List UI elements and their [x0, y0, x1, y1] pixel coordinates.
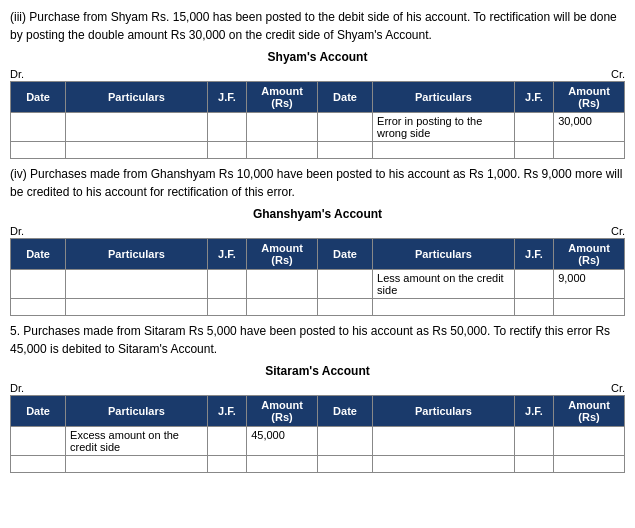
- section2-title: Ghanshyam's Account: [10, 207, 625, 221]
- th-particulars-3: Particulars: [66, 239, 208, 270]
- s3-debit-particulars2: [66, 456, 208, 473]
- s3-debit-amount: 45,000: [247, 427, 318, 456]
- s2-debit-amount2: [247, 299, 318, 316]
- table-row: [11, 456, 625, 473]
- section1-text: (iii) Purchase from Shyam Rs. 15,000 has…: [10, 8, 625, 44]
- s2-debit-date: [11, 270, 66, 299]
- s3-credit-amount: [554, 427, 625, 456]
- section3-dr: Dr.: [10, 382, 24, 394]
- th-jf-3: J.F.: [207, 239, 246, 270]
- th-date-1: Date: [11, 82, 66, 113]
- s3-credit-jf2: [514, 456, 553, 473]
- s2-debit-amount: [247, 270, 318, 299]
- s3-credit-amount2: [554, 456, 625, 473]
- s1-credit-date2: [317, 142, 372, 159]
- s1-debit-date2: [11, 142, 66, 159]
- section1-title: Shyam's Account: [10, 50, 625, 64]
- table-row: Error in posting to the wrong side 30,00…: [11, 113, 625, 142]
- s1-debit-jf: [207, 113, 246, 142]
- th-jf-6: J.F.: [514, 396, 553, 427]
- th-particulars-4: Particulars: [373, 239, 515, 270]
- s2-credit-particulars: Less amount on the credit side: [373, 270, 515, 299]
- s1-debit-amount2: [247, 142, 318, 159]
- s1-debit-particulars2: [66, 142, 208, 159]
- s3-debit-date: [11, 427, 66, 456]
- th-date-4: Date: [317, 239, 372, 270]
- section3-text: 5. Purchases made from Sitaram Rs 5,000 …: [10, 322, 625, 358]
- th-particulars-2: Particulars: [373, 82, 515, 113]
- s2-debit-particulars2: [66, 299, 208, 316]
- th-particulars-1: Particulars: [66, 82, 208, 113]
- s1-credit-date: [317, 113, 372, 142]
- s1-credit-jf: [514, 113, 553, 142]
- th-date-6: Date: [317, 396, 372, 427]
- section1-dr-cr: Dr. Cr.: [10, 68, 625, 80]
- th-particulars-6: Particulars: [373, 396, 515, 427]
- table-row: [11, 299, 625, 316]
- s2-credit-jf2: [514, 299, 553, 316]
- s2-credit-jf: [514, 270, 553, 299]
- table-row: Less amount on the credit side 9,000: [11, 270, 625, 299]
- s3-credit-jf: [514, 427, 553, 456]
- s3-debit-jf: [207, 427, 246, 456]
- section3-table: Date Particulars J.F. Amount (Rs) Date P…: [10, 395, 625, 473]
- s1-debit-jf2: [207, 142, 246, 159]
- section2-cr: Cr.: [611, 225, 625, 237]
- th-jf-2: J.F.: [514, 82, 553, 113]
- section2-text: (iv) Purchases made from Ghanshyam Rs 10…: [10, 165, 625, 201]
- th-amount-4: Amount (Rs): [554, 239, 625, 270]
- s1-debit-date: [11, 113, 66, 142]
- s3-debit-date2: [11, 456, 66, 473]
- s2-debit-jf: [207, 270, 246, 299]
- table-row: Excess amount on the credit side 45,000: [11, 427, 625, 456]
- section2-table: Date Particulars J.F. Amount (Rs) Date P…: [10, 238, 625, 316]
- s1-credit-jf2: [514, 142, 553, 159]
- section1-cr: Cr.: [611, 68, 625, 80]
- s3-debit-particulars: Excess amount on the credit side: [66, 427, 208, 456]
- s1-debit-amount: [247, 113, 318, 142]
- s2-credit-date: [317, 270, 372, 299]
- s2-debit-date2: [11, 299, 66, 316]
- th-jf-5: J.F.: [207, 396, 246, 427]
- s3-credit-particulars: [373, 427, 515, 456]
- s2-debit-jf2: [207, 299, 246, 316]
- s1-credit-particulars2: [373, 142, 515, 159]
- s3-credit-date2: [317, 456, 372, 473]
- s3-debit-jf2: [207, 456, 246, 473]
- section3-title: Sitaram's Account: [10, 364, 625, 378]
- section2-dr-cr: Dr. Cr.: [10, 225, 625, 237]
- th-amount-2: Amount (Rs): [554, 82, 625, 113]
- s3-credit-date: [317, 427, 372, 456]
- section1-dr: Dr.: [10, 68, 24, 80]
- th-jf-4: J.F.: [514, 239, 553, 270]
- s2-credit-amount: 9,000: [554, 270, 625, 299]
- th-jf-1: J.F.: [207, 82, 246, 113]
- th-amount-1: Amount (Rs): [247, 82, 318, 113]
- th-particulars-5: Particulars: [66, 396, 208, 427]
- th-date-2: Date: [317, 82, 372, 113]
- s3-debit-amount2: [247, 456, 318, 473]
- section2-dr: Dr.: [10, 225, 24, 237]
- th-amount-3: Amount (Rs): [247, 239, 318, 270]
- s1-credit-particulars: Error in posting to the wrong side: [373, 113, 515, 142]
- th-amount-5: Amount (Rs): [247, 396, 318, 427]
- section3-cr: Cr.: [611, 382, 625, 394]
- th-date-5: Date: [11, 396, 66, 427]
- s2-credit-date2: [317, 299, 372, 316]
- th-amount-6: Amount (Rs): [554, 396, 625, 427]
- section1-table: Date Particulars J.F. Amount (Rs) Date P…: [10, 81, 625, 159]
- s1-debit-particulars: [66, 113, 208, 142]
- s2-credit-amount2: [554, 299, 625, 316]
- s1-credit-amount: 30,000: [554, 113, 625, 142]
- table-row: [11, 142, 625, 159]
- section3-dr-cr: Dr. Cr.: [10, 382, 625, 394]
- s3-credit-particulars2: [373, 456, 515, 473]
- s1-credit-amount2: [554, 142, 625, 159]
- th-date-3: Date: [11, 239, 66, 270]
- s2-credit-particulars2: [373, 299, 515, 316]
- s2-debit-particulars: [66, 270, 208, 299]
